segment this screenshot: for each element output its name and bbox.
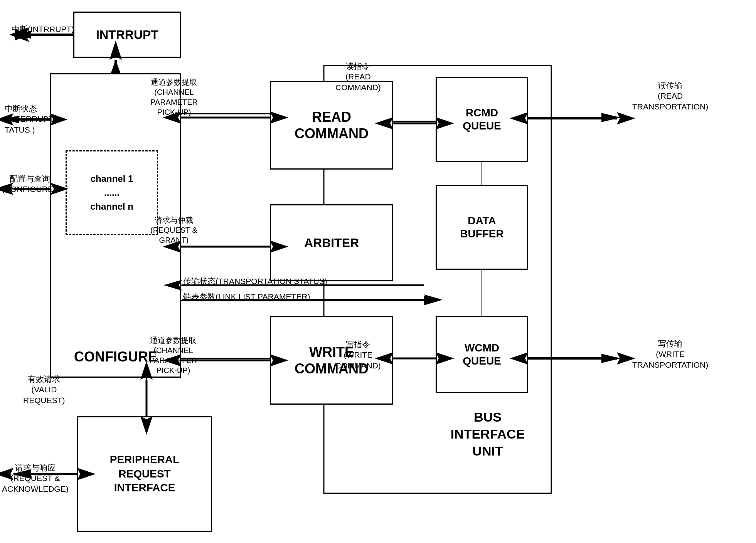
channel-param-bot-label: 通道参数提取(CHANNELPARAMETERPICK-UP) bbox=[150, 335, 197, 375]
data-buffer-box: DATABUFFER bbox=[436, 185, 528, 270]
wcmd-queue-label: WCMDQUEUE bbox=[463, 341, 501, 367]
configure-cn-label: 配置与查询(CONFIGURE ) bbox=[2, 173, 58, 195]
bus-interface-label: BUSINTERFACEUNIT bbox=[424, 409, 551, 460]
peripheral-box: PERIPHERALREQUESTINTERFACE bbox=[77, 416, 212, 532]
wcmd-queue-box: WCMDQUEUE bbox=[436, 316, 528, 393]
arbiter-box: ARBITER bbox=[270, 204, 393, 281]
channel-dots: ...... bbox=[104, 187, 120, 198]
interrupt-box: INTRRUPT bbox=[73, 12, 181, 58]
channel1-label: channel 1 bbox=[91, 173, 133, 184]
link-list-label: 链表参数(LINK LIST PARAMETER) bbox=[183, 291, 310, 302]
interrupt-cn-label: 中断(INTRRUPT) bbox=[12, 24, 74, 35]
read-transport-label: 读传输(READTRANSPORTATION) bbox=[632, 80, 708, 112]
request-grant-label: 请求与仲裁(REQUEST &GRANT) bbox=[150, 215, 197, 245]
channeln-label: channel n bbox=[90, 201, 133, 212]
read-cmd-cn-label: 读指令(READCOMMAND) bbox=[335, 61, 381, 92]
channel-box: channel 1 ...... channel n bbox=[66, 150, 158, 235]
rcmd-queue-label: RCMDQUEUE bbox=[463, 106, 501, 132]
rcmd-queue-box: RCMDQUEUE bbox=[436, 77, 528, 162]
write-cmd-cn-label: 写指令(WRITECOMMAND) bbox=[335, 339, 381, 371]
arbiter-label: ARBITER bbox=[304, 235, 359, 250]
svg-marker-34 bbox=[601, 113, 621, 122]
write-transport-label: 写传输(WRITETRANSPORTATION) bbox=[632, 338, 708, 370]
diagram: INTRRUPT CONFIGURE channel 1 ...... chan… bbox=[0, 0, 756, 543]
svg-marker-32 bbox=[424, 296, 439, 305]
read-command-label: READCOMMAND bbox=[295, 109, 369, 142]
data-buffer-label: DATABUFFER bbox=[460, 214, 504, 240]
request-ack-label: 请求与响应(REQUEST &ACKNOWLEDGE) bbox=[2, 462, 69, 494]
transport-status-label: 传输状态(TRANSPORTATION STATUS) bbox=[183, 276, 327, 287]
peripheral-label: PERIPHERALREQUESTINTERFACE bbox=[110, 453, 179, 495]
valid-request-label: 有效请求(VALIDREQUEST) bbox=[23, 374, 65, 405]
svg-marker-37 bbox=[601, 354, 621, 363]
interrupt-label: INTRRUPT bbox=[96, 27, 158, 42]
channel-param-top-label: 通道参数提取(CHANNELPARAMETERPICK-UP) bbox=[150, 77, 198, 117]
interrupts-status-label: 中断状态(INTERRUPTSTATUS ) bbox=[5, 103, 59, 135]
read-command-box: READCOMMAND bbox=[270, 81, 393, 170]
